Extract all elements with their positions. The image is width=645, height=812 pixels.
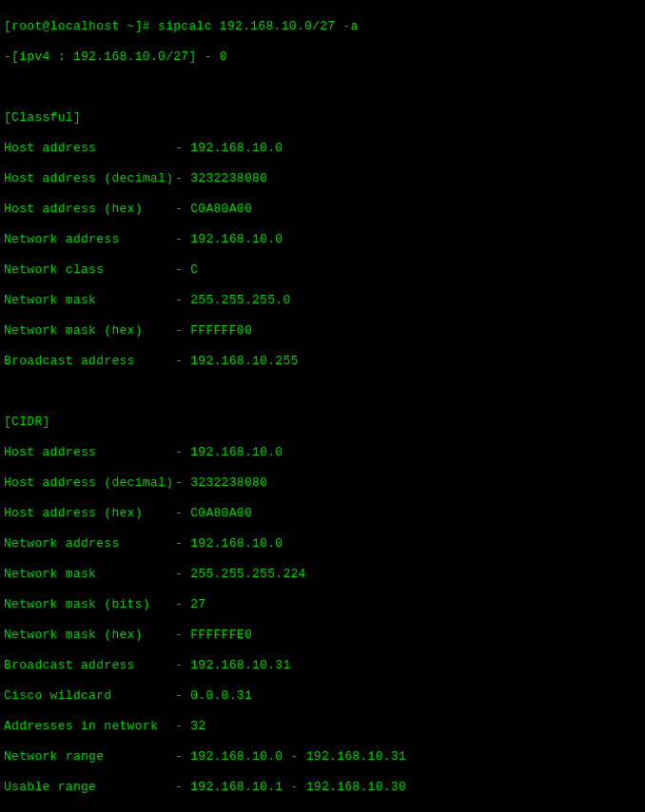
field-value: C0A80A00 [190,506,252,521]
blank-line [4,80,641,95]
field-value: FFFFFF00 [190,323,252,338]
separator: - [175,141,190,156]
field-label: Network mask (hex) [4,323,175,338]
field-label: Cisco wildcard [4,688,175,704]
field-label: Addresses in network [4,719,175,734]
classful-row: Network address- 192.168.10.0 [4,232,641,247]
classful-row: Network mask (hex)- FFFFFF00 [4,323,641,338]
cidr-row: Host address (hex)- C0A80A00 [4,506,641,521]
separator: - [175,202,190,217]
classful-row: Host address (decimal)- 3232238080 [4,171,641,186]
separator: - [175,232,190,247]
separator: - [175,536,190,551]
field-value: 0.0.0.31 [190,688,252,704]
separator: - [175,171,190,186]
command: sipcalc 192.168.10.0/27 -a [158,19,359,33]
classful-title: [Classful] [4,110,641,126]
field-label: Host address [4,141,175,156]
field-value: C [190,262,198,278]
separator: - [175,567,190,582]
field-label: Usable range [4,780,175,795]
field-value: 3232238080 [190,171,267,186]
cidr-row: Network range- 192.168.10.0 - 192.168.10… [4,749,641,764]
separator: - [175,628,190,643]
field-value: 192.168.10.0 [190,141,283,156]
field-label: Host address [4,445,175,460]
prompt: [root@localhost ~]# [4,19,158,33]
classful-row: Host address- 192.168.10.0 [4,141,641,156]
cidr-row: Host address- 192.168.10.0 [4,445,641,460]
field-label: Network address [4,232,175,247]
separator: - [175,658,190,673]
field-label: Host address (decimal) [4,475,175,491]
field-value: FFFFFFE0 [190,628,252,643]
separator: - [175,597,190,612]
separator: - [175,719,190,734]
field-value: 192.168.10.0 [190,445,283,460]
cidr-row: Network mask (bits)- 27 [4,597,641,612]
cidr-row: Usable range- 192.168.10.1 - 192.168.10.… [4,780,641,795]
field-value: 255.255.255.224 [190,567,306,582]
field-value: 255.255.255.0 [190,293,290,308]
field-value: C0A80A00 [190,202,252,217]
cidr-row: Host address (decimal)- 3232238080 [4,475,641,491]
field-label: Network mask [4,567,175,582]
classful-row: Network class- C [4,262,641,278]
classful-row: Host address (hex)- C0A80A00 [4,202,641,217]
cidr-row: Cisco wildcard- 0.0.0.31 [4,688,641,704]
header-line: -[ipv4 : 192.168.10.0/27] - 0 [4,49,641,65]
field-label: Broadcast address [4,658,175,673]
field-value: 192.168.10.0 - 192.168.10.31 [190,749,406,764]
field-value: 192.168.10.1 - 192.168.10.30 [190,780,406,795]
field-value: 192.168.10.255 [190,354,298,369]
field-value: 27 [190,597,205,612]
blank-line [4,384,641,399]
separator: - [175,475,190,491]
prompt-line: [root@localhost ~]# sipcalc 192.168.10.0… [4,19,641,34]
classful-row: Network mask- 255.255.255.0 [4,293,641,308]
field-label: Network mask [4,293,175,308]
separator: - [175,749,190,764]
field-label: Host address (decimal) [4,171,175,186]
field-label: Network mask (hex) [4,628,175,643]
separator: - [175,688,190,704]
separator: - [175,354,190,369]
field-label: Broadcast address [4,354,175,369]
separator: - [175,780,190,795]
terminal-output: [root@localhost ~]# sipcalc 192.168.10.0… [4,4,641,812]
separator: - [175,293,190,308]
field-label: Network address [4,536,175,551]
separator: - [175,506,190,521]
field-value: 192.168.10.0 [190,536,283,551]
field-label: Network class [4,262,175,278]
field-value: 192.168.10.0 [190,232,283,247]
separator: - [175,262,190,278]
field-label: Network mask (bits) [4,597,175,612]
field-value: 192.168.10.31 [190,658,290,673]
separator: - [175,445,190,460]
cidr-row: Addresses in network- 32 [4,719,641,734]
field-label: Network range [4,749,175,764]
cidr-title: [CIDR] [4,415,641,430]
field-label: Host address (hex) [4,202,175,217]
cidr-row: Network address- 192.168.10.0 [4,536,641,551]
separator: - [175,323,190,338]
cidr-row: Network mask- 255.255.255.224 [4,567,641,582]
field-value: 3232238080 [190,475,267,491]
cidr-row: Broadcast address- 192.168.10.31 [4,658,641,673]
field-value: 32 [190,719,205,734]
field-label: Host address (hex) [4,506,175,521]
classful-row: Broadcast address- 192.168.10.255 [4,354,641,369]
cidr-row: Network mask (hex)- FFFFFFE0 [4,628,641,643]
